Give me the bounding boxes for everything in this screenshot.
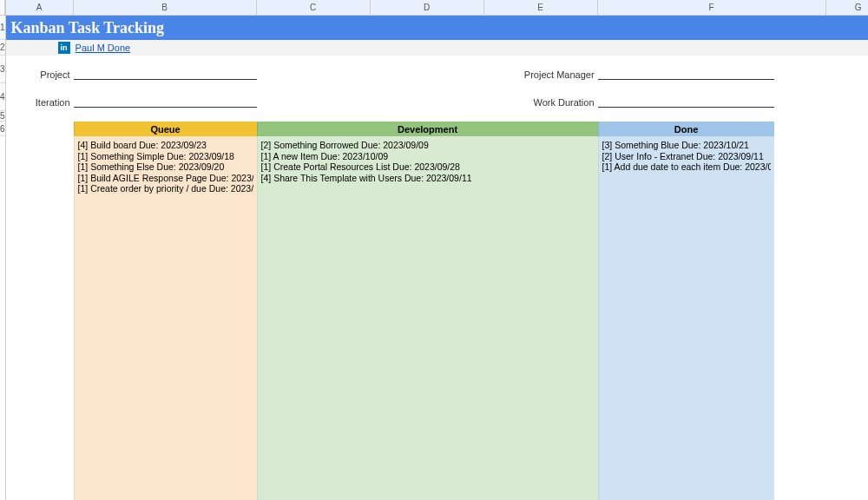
development-column[interactable]: [2] Something Borrowed Due: 2023/09/09[1… (257, 136, 598, 500)
sheet-content: ABCDEFG Kanban Task Tracking in Paul M D… (6, 0, 868, 500)
title-row: Kanban Task Tracking (6, 16, 868, 40)
row-header-4[interactable]: 4 (0, 83, 5, 111)
corner-cell[interactable] (0, 0, 5, 16)
done-header[interactable]: Done (598, 122, 774, 136)
iteration-input[interactable] (74, 95, 257, 108)
pm-label: Project Manager (484, 69, 598, 80)
meta-row-2: Iteration Work Duration (6, 83, 868, 111)
row-header-6[interactable]: 6 (0, 122, 5, 136)
kanban-item[interactable]: [4] Build board Due: 2023/09/23 (78, 140, 253, 151)
kanban-item[interactable]: [4] Share This Template with Users Due: … (261, 173, 595, 184)
author-link[interactable]: Paul M Done (76, 43, 131, 53)
column-header-g[interactable]: G (826, 0, 868, 16)
queue-header[interactable]: Queue (74, 122, 257, 136)
pm-input[interactable] (598, 68, 774, 80)
done-column[interactable]: [3] Something Blue Due: 2023/10/21[2] Us… (598, 136, 774, 500)
kanban-item[interactable]: [1] A new Item Due: 2023/10/09 (261, 151, 595, 162)
kanban-item[interactable]: [1] Create order by priority / due Due: … (78, 183, 253, 194)
column-header-f[interactable]: F (598, 0, 826, 16)
kanban-item[interactable]: [2] User Info - Extranet Due: 2023/09/11 (602, 151, 771, 162)
duration-label: Work Duration (484, 97, 598, 108)
spacer-row (6, 111, 868, 122)
spreadsheet: 123456 ABCDEFG Kanban Task Tracking in P… (0, 0, 868, 500)
duration-input[interactable] (598, 95, 774, 108)
column-header-a[interactable]: A (6, 0, 74, 16)
author-row: in Paul M Done (6, 40, 868, 56)
column-header-b[interactable]: B (74, 0, 257, 16)
column-header-e[interactable]: E (484, 0, 598, 16)
kanban-item[interactable]: [1] Add due date to each item Due: 2023/… (602, 161, 771, 173)
development-header[interactable]: Development (257, 122, 598, 136)
iteration-label: Iteration (6, 97, 74, 108)
kanban-item[interactable]: [1] Build AGILE Response Page Due: 2023/… (78, 173, 253, 184)
project-input[interactable] (74, 68, 257, 80)
kanban-item[interactable]: [1] Something Else Due: 2023/09/20 (78, 161, 253, 173)
kanban-body: [4] Build board Due: 2023/09/23[1] Somet… (6, 136, 868, 500)
queue-column[interactable]: [4] Build board Due: 2023/09/23[1] Somet… (74, 136, 257, 500)
kanban-item[interactable]: [1] Something Simple Due: 2023/09/18 (78, 151, 253, 162)
kanban-item[interactable]: [1] Create Portal Resources List Due: 20… (261, 161, 595, 173)
row-header-5[interactable]: 5 (0, 111, 5, 122)
linkedin-icon: in (58, 42, 70, 54)
meta-row-1: Project Project Manager (6, 56, 868, 83)
column-headers: ABCDEFG (6, 0, 868, 16)
column-header-d[interactable]: D (371, 0, 484, 16)
sheet-title: Kanban Task Tracking (11, 19, 164, 37)
row-header-2[interactable]: 2 (0, 40, 5, 56)
column-header-c[interactable]: C (257, 0, 371, 16)
kanban-item[interactable]: [2] Something Borrowed Due: 2023/09/09 (261, 140, 595, 151)
kanban-headers: Queue Development Done (6, 122, 868, 136)
kanban-item[interactable]: [3] Something Blue Due: 2023/10/21 (602, 140, 771, 151)
row-header-3[interactable]: 3 (0, 56, 5, 83)
row-header-1[interactable]: 1 (0, 16, 5, 40)
project-label: Project (6, 69, 74, 80)
